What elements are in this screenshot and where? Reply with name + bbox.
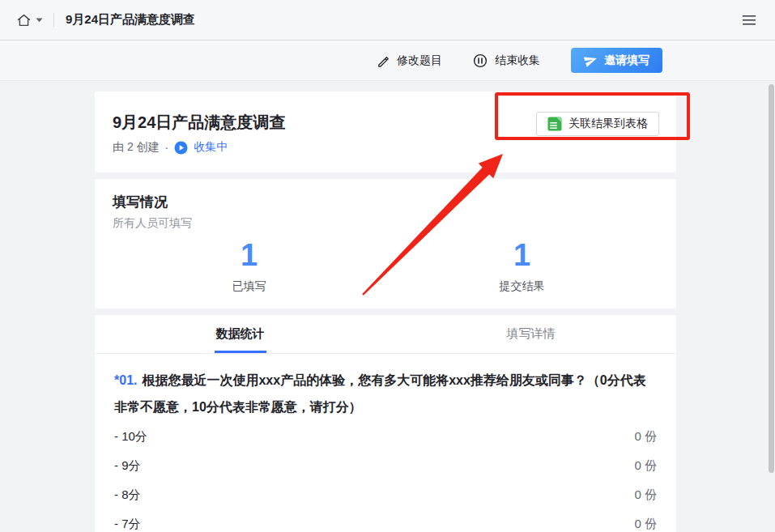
question-block: *01.根据您最近一次使用xxx产品的体验，您有多大可能将xxx推荐给朋友或同事… <box>95 354 676 532</box>
survey-header-card: 9月24日产品满意度调查 由 2 创建 · 收集中 <box>95 92 676 172</box>
option-count: 0 份 <box>634 517 657 532</box>
link-results-to-sheet-button[interactable]: 关联结果到表格 <box>536 112 659 136</box>
options-list: - 10分 0 份 - 9分 0 份 - 8分 0 份 - 7分 0 份 <box>114 422 657 532</box>
collecting-status[interactable]: 收集中 <box>194 140 228 155</box>
fill-status-title: 填写情况 <box>113 193 658 211</box>
menu-button[interactable] <box>742 15 756 26</box>
stop-collect-label: 结束收集 <box>495 53 540 68</box>
dot-separator: · <box>165 141 169 154</box>
option-row-9: - 9分 0 份 <box>114 451 657 480</box>
pencil-icon <box>377 54 390 67</box>
divider <box>53 13 54 27</box>
survey-header-left: 9月24日产品满意度调查 由 2 创建 · 收集中 <box>113 112 285 155</box>
stat-submitted: 1 提交结果 <box>385 237 658 294</box>
stat-filled-label: 已填写 <box>113 279 385 294</box>
creator-text: 由 2 创建 <box>113 140 160 155</box>
stat-filled-value: 1 <box>113 237 385 273</box>
fill-status-subtitle: 所有人员可填写 <box>113 216 658 231</box>
topbar: 9月24日产品满意度调查 <box>0 0 775 40</box>
question-title: *01.根据您最近一次使用xxx产品的体验，您有多大可能将xxx推荐给朋友或同事… <box>114 367 657 420</box>
option-row-10: - 10分 0 份 <box>114 422 657 451</box>
option-label: - 8分 <box>114 487 141 503</box>
option-count: 0 份 <box>634 429 657 445</box>
action-toolbar: 修改题目 结束收集 邀请填写 <box>0 40 775 81</box>
invite-fill-label: 邀请填写 <box>604 53 649 68</box>
invite-fill-button[interactable]: 邀请填写 <box>571 48 662 73</box>
hamburger-menu-icon <box>742 15 756 26</box>
stat-submitted-value: 1 <box>385 237 658 273</box>
survey-subtitle: 由 2 创建 · 收集中 <box>113 140 285 155</box>
tab-data-statistics-label: 数据统计 <box>216 326 265 342</box>
tab-data-statistics[interactable]: 数据统计 <box>95 315 385 353</box>
spreadsheet-icon <box>547 117 562 131</box>
content-area: 9月24日产品满意度调查 由 2 创建 · 收集中 <box>0 81 775 532</box>
stat-filled: 1 已填写 <box>113 237 385 294</box>
send-icon <box>582 52 599 69</box>
option-label: - 7分 <box>114 517 141 532</box>
tabs: 数据统计 填写详情 <box>95 315 676 354</box>
option-row-7: - 7分 0 份 <box>114 509 657 532</box>
stop-collect-button[interactable]: 结束收集 <box>473 53 540 68</box>
survey-title: 9月24日产品满意度调查 <box>113 112 285 133</box>
link-results-label: 关联结果到表格 <box>568 117 648 131</box>
home-icon <box>16 13 32 28</box>
stat-submitted-label: 提交结果 <box>385 279 658 294</box>
scrollbar-thumb[interactable] <box>769 84 774 473</box>
pause-circle-icon <box>473 53 488 68</box>
question-number: *01. <box>114 373 137 387</box>
option-count: 0 份 <box>634 458 657 474</box>
tab-fill-details-label: 填写详情 <box>507 326 556 342</box>
edit-questions-label: 修改题目 <box>397 53 442 68</box>
topbar-left: 9月24日产品满意度调查 <box>16 12 195 28</box>
question-text: 根据您最近一次使用xxx产品的体验，您有多大可能将xxx推荐给朋友或同事？（0分… <box>114 373 646 414</box>
document-title: 9月24日产品满意度调查 <box>66 12 195 28</box>
tab-fill-details[interactable]: 填写详情 <box>385 315 676 353</box>
app-window: 9月24日产品满意度调查 修改题目 结束收集 <box>0 0 775 532</box>
stats-row: 1 已填写 1 提交结果 <box>113 237 658 294</box>
option-label: - 10分 <box>114 429 147 445</box>
option-label: - 9分 <box>114 458 141 474</box>
edit-questions-button[interactable]: 修改题目 <box>377 53 442 68</box>
option-count: 0 份 <box>634 487 657 503</box>
home-button[interactable] <box>16 13 43 28</box>
results-card: 数据统计 填写详情 *01.根据您最近一次使用xxx产品的体验，您有多大可能将x… <box>95 315 676 532</box>
option-row-8: - 8分 0 份 <box>114 480 657 509</box>
caret-down-icon <box>36 18 43 23</box>
play-circle-icon <box>174 141 188 155</box>
fill-status-card: 填写情况 所有人员可填写 1 已填写 1 提交结果 <box>95 179 676 309</box>
